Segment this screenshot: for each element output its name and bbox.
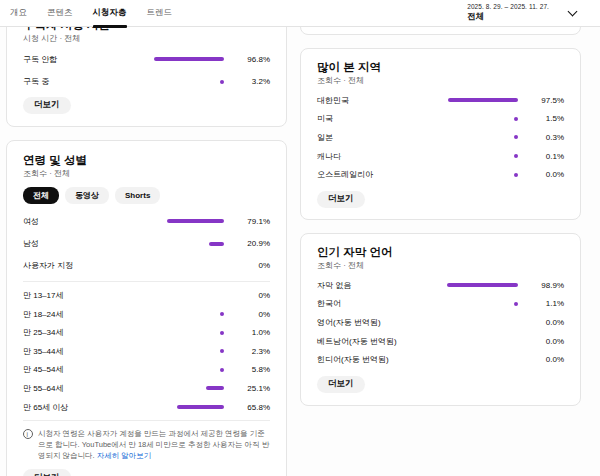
stat-value: 0.0% xyxy=(526,170,564,179)
stat-bar-area xyxy=(39,219,232,223)
stat-bar-area xyxy=(349,98,526,102)
stat-row: 일본0.3% xyxy=(317,128,564,147)
stat-label: 만 18–24세 xyxy=(23,309,63,320)
stat-bar xyxy=(447,283,518,287)
stat-dot xyxy=(220,331,224,335)
chip-all[interactable]: 전체 xyxy=(23,187,59,204)
more-button[interactable]: 더보기 xyxy=(317,191,365,208)
stat-row: 만 45–54세5.8% xyxy=(23,361,270,380)
more-button[interactable]: 더보기 xyxy=(317,376,365,393)
stat-row: 캐나다0.1% xyxy=(317,147,564,166)
card-title: 많이 본 지역 xyxy=(317,60,564,74)
stat-bar-area xyxy=(39,242,232,246)
stat-bar-area xyxy=(341,302,526,306)
stat-row: 힌디어(자동 번역됨)0.0% xyxy=(317,350,564,369)
stat-value: 0.0% xyxy=(526,355,564,364)
stat-label: 여성 xyxy=(23,216,39,227)
tab-content[interactable]: 콘텐츠 xyxy=(47,0,73,26)
tab-audience[interactable]: 시청자층 xyxy=(93,0,127,26)
stat-label: 구독 중 xyxy=(23,76,49,87)
stat-row: 영어(자동 번역됨)0.0% xyxy=(317,313,564,332)
stat-row: 만 65세 이상65.8% xyxy=(23,398,270,417)
stat-label: 대한민국 xyxy=(317,95,349,106)
tab-trends[interactable]: 트렌드 xyxy=(147,0,173,26)
card-subtitle: 조회수 · 전체 xyxy=(317,261,564,271)
stat-row: 만 35–44세2.3% xyxy=(23,342,270,361)
stat-value: 65.8% xyxy=(232,403,270,412)
date-range-text: 2025. 8. 29. – 2025. 11. 27. xyxy=(467,3,549,10)
age-rows: 만 13–17세0%만 18–24세0%만 25–34세1.0%만 35–44세… xyxy=(23,286,270,416)
stat-label: 만 13–17세 xyxy=(23,290,63,301)
tab-overview[interactable]: 개요 xyxy=(10,0,27,26)
stat-row: 만 18–24세0% xyxy=(23,305,270,324)
learn-more-link[interactable]: 자세히 알아보기 xyxy=(97,451,152,460)
stat-label: 사용자가 지정 xyxy=(23,260,73,271)
stat-bar-area xyxy=(63,368,232,372)
gender-rows: 여성79.1%남성20.9%사용자가 지정0% xyxy=(23,210,270,277)
stat-dot xyxy=(220,368,224,372)
stat-value: 96.8% xyxy=(232,55,270,64)
stat-bar xyxy=(177,405,224,409)
stat-value: 0% xyxy=(232,261,270,270)
stat-value: 0.3% xyxy=(526,133,564,142)
stat-bar-area xyxy=(49,80,232,84)
stat-bar xyxy=(209,242,224,246)
chip-shorts[interactable]: Shorts xyxy=(115,187,160,204)
card-subtitle: 조회수 · 전체 xyxy=(23,169,270,179)
stat-value: 0.0% xyxy=(526,337,564,346)
stat-bar-area xyxy=(333,135,526,139)
stat-label: 일본 xyxy=(317,132,333,143)
more-button[interactable]: 더보기 xyxy=(23,469,71,476)
stat-label: 만 55–64세 xyxy=(23,383,63,394)
stat-row: 구독 안함96.8% xyxy=(23,48,270,70)
tabs: 개요 콘텐츠 시청자층 트렌드 xyxy=(10,0,172,26)
stat-label: 만 35–44세 xyxy=(23,346,63,357)
card-top-regions: 많이 본 지역 조회수 · 전체 대한민국97.5%미국1.5%일본0.3%캐나… xyxy=(300,48,581,220)
stat-value: 97.5% xyxy=(526,96,564,105)
region-rows: 대한민국97.5%미국1.5%일본0.3%캐나다0.1%오스트레일리아0.0% xyxy=(317,91,564,184)
stat-label: 베트남어(자동 번역됨) xyxy=(317,336,397,347)
stat-bar-area xyxy=(68,405,232,409)
stat-label: 만 45–54세 xyxy=(23,364,63,375)
stat-bar xyxy=(167,219,224,223)
stat-row: 사용자가 지정0% xyxy=(23,255,270,277)
stat-value: 0% xyxy=(232,291,270,300)
stat-row: 미국1.5% xyxy=(317,110,564,129)
stat-dot xyxy=(220,80,224,84)
stat-dot xyxy=(514,173,518,177)
stat-label: 남성 xyxy=(23,238,39,249)
stat-value: 79.1% xyxy=(232,217,270,226)
stat-bar xyxy=(206,386,224,390)
stat-value: 0% xyxy=(232,310,270,319)
card-subtitle: 시청 시간 · 전체 xyxy=(23,34,270,44)
stat-row: 만 55–64세25.1% xyxy=(23,379,270,398)
card-subtitle: 조회수 · 전체 xyxy=(317,76,564,86)
stat-dot xyxy=(514,302,518,306)
analytics-audience-page: 개요 콘텐츠 시청자층 트렌드 2025. 8. 29. – 2025. 11.… xyxy=(0,0,600,476)
chevron-down-icon xyxy=(568,7,578,17)
stat-bar-area xyxy=(63,349,232,353)
stat-bar-area xyxy=(373,173,526,177)
date-range-picker[interactable]: 2025. 8. 29. – 2025. 11. 27. 전체 xyxy=(467,3,576,23)
stat-value: 20.9% xyxy=(232,239,270,248)
stat-label: 구독 안함 xyxy=(23,54,57,65)
stat-value: 0.1% xyxy=(526,152,564,161)
stat-label: 오스트레일리아 xyxy=(317,169,373,180)
card-title: 연령 및 성별 xyxy=(23,153,270,167)
card-subtitle-languages: 인기 자막 언어 조회수 · 전체 자막 없음98.9%한국어1.1%영어(자동… xyxy=(300,233,581,406)
stat-row: 만 13–17세0% xyxy=(23,286,270,305)
stat-value: 2.3% xyxy=(232,347,270,356)
chip-videos[interactable]: 동영상 xyxy=(65,187,109,204)
stat-bar-area xyxy=(351,283,526,287)
stat-value: 0.0% xyxy=(526,318,564,327)
stat-label: 힌디어(자동 번역됨) xyxy=(317,354,389,365)
more-button[interactable]: 더보기 xyxy=(23,97,71,114)
stat-dot xyxy=(514,135,518,139)
stat-label: 영어(자동 번역됨) xyxy=(317,317,381,328)
stat-dot xyxy=(514,117,518,121)
stat-value: 1.1% xyxy=(526,299,564,308)
stat-value: 1.5% xyxy=(526,114,564,123)
divider xyxy=(23,420,270,421)
stat-label: 한국어 xyxy=(317,298,341,309)
stat-row: 여성79.1% xyxy=(23,210,270,232)
